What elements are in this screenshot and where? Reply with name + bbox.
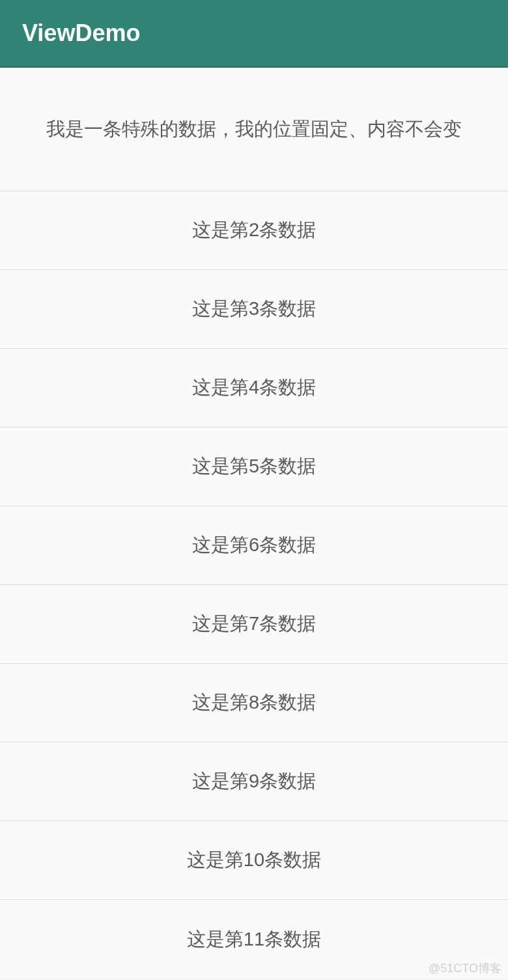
list-item[interactable]: 这是第2条数据 <box>0 191 508 270</box>
watermark: @51CTO博客 <box>429 960 501 976</box>
list-view[interactable]: 我是一条特殊的数据，我的位置固定、内容不会变 这是第2条数据 这是第3条数据 这… <box>0 68 508 979</box>
list-item-text: 这是第6条数据 <box>192 532 316 558</box>
list-item-text: 这是第4条数据 <box>192 375 316 401</box>
list-item-text: 这是第5条数据 <box>192 454 316 480</box>
list-item[interactable]: 这是第9条数据 <box>0 742 508 821</box>
list-item[interactable]: 这是第6条数据 <box>0 506 508 585</box>
list-item-text: 这是第7条数据 <box>192 611 316 637</box>
list-item[interactable]: 这是第5条数据 <box>0 428 508 506</box>
list-item-text: 这是第2条数据 <box>192 217 316 243</box>
app-title: ViewDemo <box>22 20 140 47</box>
list-item[interactable]: 这是第7条数据 <box>0 585 508 664</box>
list-item[interactable]: 这是第8条数据 <box>0 664 508 742</box>
list-item-text: 这是第8条数据 <box>192 690 316 716</box>
list-item-text: 这是第11条数据 <box>187 927 321 953</box>
list-header[interactable]: 我是一条特殊的数据，我的位置固定、内容不会变 <box>0 68 508 191</box>
action-bar: ViewDemo <box>0 0 508 68</box>
list-header-text: 我是一条特殊的数据，我的位置固定、内容不会变 <box>46 116 462 143</box>
list-item[interactable]: 这是第3条数据 <box>0 270 508 349</box>
list-item[interactable]: 这是第10条数据 <box>0 821 508 900</box>
list-item-text: 这是第10条数据 <box>187 847 321 873</box>
list-item[interactable]: 这是第4条数据 <box>0 349 508 428</box>
list-item-text: 这是第3条数据 <box>192 296 316 322</box>
list-item-text: 这是第9条数据 <box>192 769 316 795</box>
